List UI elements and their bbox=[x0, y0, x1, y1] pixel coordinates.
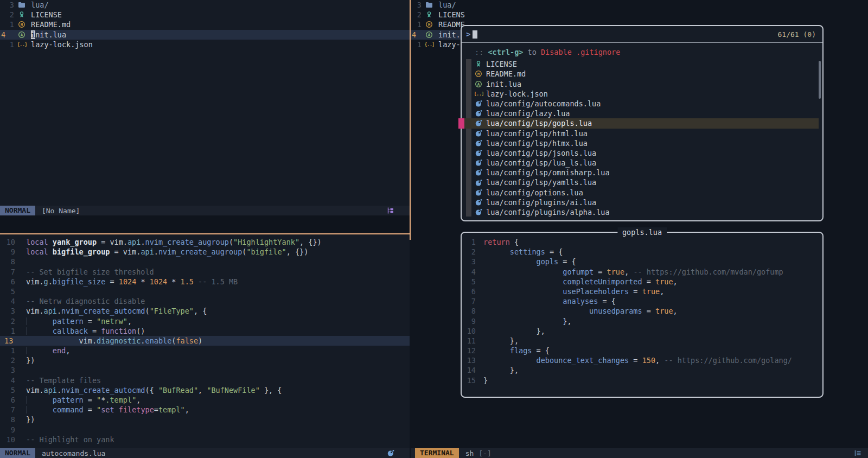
code-line[interactable]: 1 end, bbox=[0, 346, 410, 355]
code-line[interactable]: 7-- Set bigfile size threshold bbox=[0, 267, 410, 277]
config-icon: A bbox=[425, 31, 434, 39]
code-line[interactable]: 3 bbox=[0, 365, 410, 375]
svg-text:A: A bbox=[477, 81, 480, 86]
code-line[interactable]: 7 command = "set filetype=templ", bbox=[0, 405, 410, 415]
mode-indicator: NORMAL bbox=[0, 206, 35, 215]
code-line[interactable]: 2}) bbox=[0, 355, 410, 365]
code-line[interactable]: 4-- Netrw diagnostic disable bbox=[0, 296, 410, 306]
line-number: 2 bbox=[0, 355, 15, 365]
code-line[interactable]: 5vim.api.nvim_create_autocmd({ "BufRead"… bbox=[0, 385, 410, 395]
preview-line: 13 debounce_text_changes = 150, -- https… bbox=[464, 355, 822, 365]
picker-item[interactable]: {..}lazy-lock.json bbox=[462, 89, 819, 99]
neovim-screen: 3lua/2LICENSE1MREADME.md4Ainit.lua1{..}l… bbox=[0, 0, 868, 458]
code-line[interactable]: 9 bbox=[0, 425, 410, 435]
code-line[interactable]: 5 bbox=[0, 287, 410, 296]
code-line[interactable]: 9local bigfile_group = vim.api.nvim_crea… bbox=[0, 247, 410, 257]
line-number: 2 bbox=[464, 247, 476, 257]
line-number: 14 bbox=[464, 365, 476, 375]
picker-item[interactable]: lua/config/options.lua bbox=[462, 188, 819, 198]
file-path: lua/config/lsp/htmx.lua bbox=[486, 138, 588, 148]
file-tree-item[interactable]: 1{..}lazy-lock.json bbox=[411, 40, 465, 49]
file-name: lua/ bbox=[438, 0, 456, 10]
line-number: 1 bbox=[464, 237, 476, 247]
scrollbar-thumb[interactable] bbox=[819, 61, 821, 99]
file-tree-item[interactable]: 4Ainit.lua bbox=[0, 30, 410, 40]
line-number: 7 bbox=[464, 296, 476, 306]
line-number: 11 bbox=[464, 336, 476, 346]
file-tree-item[interactable]: 1MREADME.md bbox=[0, 20, 410, 29]
line-number: 9 bbox=[0, 425, 15, 435]
picker-item[interactable]: lua/config/lsp/yamlls.lua bbox=[462, 177, 819, 187]
file-tree-item[interactable]: 3lua/ bbox=[0, 0, 410, 10]
line-number: 4 bbox=[0, 30, 14, 40]
line-number: 1 bbox=[0, 20, 14, 29]
file-tree-item[interactable]: 3lua/ bbox=[411, 0, 465, 10]
code-line[interactable]: 3vim.api.nvim_create_autocmd("FileType",… bbox=[0, 306, 410, 316]
json-icon: {..} bbox=[425, 41, 434, 48]
picker-item[interactable]: lua/config/plugins/ai.lua bbox=[462, 198, 819, 207]
code-line[interactable]: 10-- Highlight on yank bbox=[0, 435, 410, 444]
code-line[interactable]: 2 pattern = "netrw", bbox=[0, 316, 410, 326]
file-path: lazy-lock.json bbox=[486, 89, 548, 99]
code-line[interactable]: 6 pattern = "*.templ", bbox=[0, 395, 410, 405]
code-line[interactable]: 1 callback = function() bbox=[0, 326, 410, 336]
license-icon bbox=[475, 60, 483, 68]
file-path: README.md bbox=[486, 69, 526, 79]
code-line[interactable]: 8}) bbox=[0, 415, 410, 424]
picker-item[interactable]: lua/config/lsp/lua_ls.lua bbox=[462, 158, 819, 168]
picker-prompt[interactable]: > 61/61 (0) bbox=[462, 26, 822, 43]
line-number: 7 bbox=[0, 267, 15, 277]
folder-icon bbox=[18, 1, 27, 9]
file-name: init.lua bbox=[31, 30, 66, 40]
file-path: lua/config/lazy.lua bbox=[486, 109, 570, 118]
code-line[interactable]: 8 bbox=[0, 257, 410, 266]
file-name: LICENSE bbox=[31, 10, 62, 20]
file-tree-item[interactable]: 2LICENSE bbox=[411, 10, 465, 20]
svg-text:{..}: {..} bbox=[425, 42, 434, 47]
picker-item[interactable]: lua/config/lsp/jsonls.lua bbox=[462, 148, 819, 158]
preview-line: 8 unusedparams = true, bbox=[464, 306, 822, 316]
file-tree-item[interactable]: 4Ainit.lua bbox=[411, 30, 465, 40]
indent-guide bbox=[26, 396, 27, 404]
code-line[interactable]: 10local yank_group = vim.api.nvim_create… bbox=[0, 237, 410, 247]
picker-item[interactable]: Ainit.lua bbox=[462, 79, 819, 89]
file-tree-item[interactable]: 1{..}lazy-lock.json bbox=[0, 40, 410, 49]
indent-guide bbox=[26, 327, 27, 335]
picker-item[interactable]: MREADME.md bbox=[462, 69, 819, 79]
picker-hint: :: <ctrl-g> to Disable .gitignore bbox=[462, 47, 822, 57]
code-editor-window[interactable]: 10local yank_group = vim.api.nvim_create… bbox=[0, 235, 410, 448]
terminal-flags: [-] bbox=[478, 449, 491, 457]
tree-icon bbox=[387, 207, 394, 214]
picker-counter: 61/61 (0) bbox=[778, 30, 816, 39]
lua-icon bbox=[475, 179, 483, 187]
line-number: 5 bbox=[464, 277, 476, 287]
picker-item[interactable]: lua/config/autocomands.lua bbox=[462, 99, 819, 109]
picker-item[interactable]: lua/config/plugins/alpha.lua bbox=[462, 207, 819, 217]
preview-line: 6 usePlaceholders = true, bbox=[464, 287, 822, 296]
picker-item[interactable]: lua/config/lazy.lua bbox=[462, 109, 819, 118]
file-tree-item[interactable]: 2LICENSE bbox=[0, 10, 410, 20]
json-icon: {..} bbox=[18, 41, 27, 48]
list-icon bbox=[854, 449, 861, 457]
line-number: 7 bbox=[0, 405, 15, 415]
text-cursor bbox=[473, 30, 477, 39]
line-number: 1 bbox=[0, 40, 14, 49]
line-number: 2 bbox=[0, 10, 14, 20]
picker-item[interactable]: lua/config/lsp/htmx.lua bbox=[462, 138, 819, 148]
picker-item[interactable]: lua/config/lsp/omnisharp.lua bbox=[462, 168, 819, 177]
picker-item[interactable]: lua/config/lsp/html.lua bbox=[462, 129, 819, 138]
preview-line: 2 settings = { bbox=[464, 247, 822, 257]
editor-statusline: NORMAL autocomands.lua bbox=[0, 448, 410, 458]
file-tree-item[interactable]: 1MREADME.md bbox=[411, 20, 465, 29]
code-line[interactable]: 13 vim.diagnostic.enable(false) bbox=[0, 336, 410, 346]
picker-item[interactable]: lua/config/lsp/gopls.lua bbox=[462, 118, 819, 128]
picker-item[interactable]: LICENSE bbox=[462, 59, 819, 69]
code-line[interactable]: 4-- Template files bbox=[0, 376, 410, 385]
file-path: lua/config/autocomands.lua bbox=[486, 99, 601, 109]
code-line[interactable]: 6vim.g.bigfile_size = 1024 * 1024 * 1.5 … bbox=[0, 277, 410, 287]
line-number: 5 bbox=[0, 287, 15, 296]
lua-icon bbox=[475, 169, 483, 176]
svg-text:M: M bbox=[428, 23, 430, 27]
markdown-icon: M bbox=[18, 21, 27, 28]
line-number: 6 bbox=[0, 277, 15, 287]
